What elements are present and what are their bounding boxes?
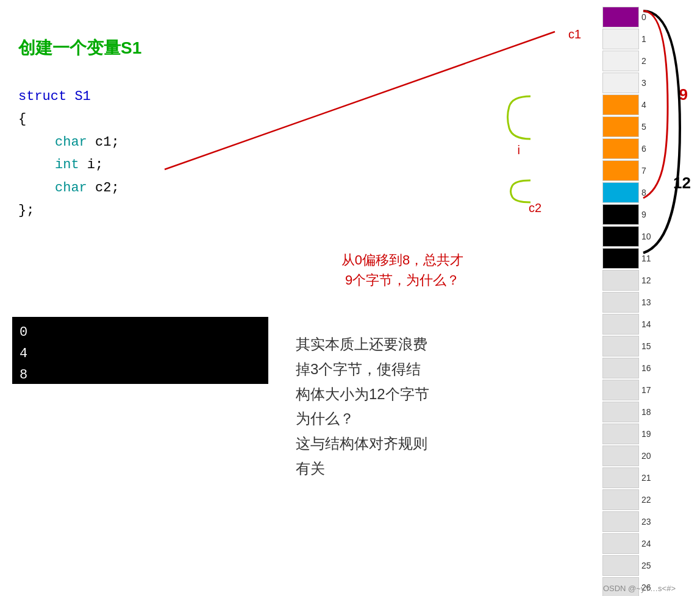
mem-row-11: 11 <box>602 247 645 269</box>
code-line-1: struct S1 <box>18 85 120 108</box>
mem-cell-18 <box>602 402 639 422</box>
mem-label-20: 20 <box>641 451 651 461</box>
label-i: i <box>518 143 520 157</box>
explanation-line-1: 其实本质上还要浪费 <box>296 332 515 357</box>
mem-row-14: 14 <box>602 313 645 335</box>
mem-row-23: 23 <box>602 511 645 532</box>
mem-cell-17 <box>602 380 639 400</box>
mem-cell-20 <box>602 445 639 466</box>
mem-row-7: 7 <box>602 160 645 181</box>
page-title: 创建一个变量S1 <box>18 37 141 60</box>
terminal-output: 0 4 8 <box>12 317 268 384</box>
explanation-line-4: 为什么？ <box>296 406 515 431</box>
mem-cell-1 <box>602 29 639 49</box>
mem-row-0: 0 <box>602 6 645 27</box>
label-9: 9 <box>679 85 688 104</box>
explanation-line-6: 有关 <box>296 456 515 481</box>
mem-label-11: 11 <box>641 254 651 263</box>
type-char-2: char <box>55 180 87 196</box>
watermark: OSDN @~yY…s<#> <box>603 584 676 593</box>
mem-cell-6 <box>602 138 639 159</box>
mem-row-24: 24 <box>602 533 645 554</box>
mem-row-3: 3 <box>602 72 645 93</box>
mem-cell-2 <box>602 51 639 71</box>
mem-cell-7 <box>602 160 639 181</box>
var-c2: c2; <box>95 180 120 196</box>
mem-cell-23 <box>602 511 639 532</box>
code-line-4: int i; <box>18 154 120 176</box>
mem-label-2: 2 <box>641 56 646 66</box>
mem-cell-5 <box>602 116 639 137</box>
mem-row-18: 18 <box>602 401 645 422</box>
mem-cell-24 <box>602 533 639 554</box>
type-int: int <box>55 157 79 172</box>
mem-cell-25 <box>602 555 639 576</box>
mem-label-5: 5 <box>641 122 646 132</box>
mem-label-18: 18 <box>641 407 651 417</box>
mem-label-14: 14 <box>641 319 651 329</box>
question-text: 从0偏移到8，总共才 9个字节，为什么？ <box>305 250 500 290</box>
type-char-1: char <box>55 135 87 150</box>
var-c1: c1; <box>95 135 120 150</box>
code-line-6: }; <box>18 199 120 222</box>
svg-line-0 <box>165 32 555 169</box>
mem-cell-3 <box>602 73 639 93</box>
mem-label-9: 9 <box>641 210 646 219</box>
mem-row-8: 8 <box>602 182 645 203</box>
mem-label-13: 13 <box>641 297 651 307</box>
mem-label-23: 23 <box>641 517 651 527</box>
label-12: 12 <box>673 174 691 193</box>
code-line-2: { <box>18 108 120 130</box>
mem-row-13: 13 <box>602 291 645 313</box>
mem-row-25: 25 <box>602 555 645 576</box>
code-block: struct S1 { char c1; int i; char c2; }; <box>18 85 120 222</box>
code-line-3: char c1; <box>18 131 120 154</box>
memory-grid: 0 1 2 3 4 5 6 7 8 9 <box>602 6 645 596</box>
code-line-5: char c2; <box>18 177 120 199</box>
question-line-1: 从0偏移到8，总共才 9个字节，为什么？ <box>305 250 500 290</box>
mem-label-10: 10 <box>641 232 651 241</box>
mem-cell-14 <box>602 314 639 335</box>
mem-cell-11 <box>602 248 639 269</box>
var-i: i; <box>87 157 103 172</box>
mem-label-16: 16 <box>641 363 651 373</box>
mem-label-8: 8 <box>641 188 646 197</box>
mem-label-17: 17 <box>641 385 651 395</box>
mem-row-10: 10 <box>602 225 645 247</box>
explanation-line-5: 这与结构体对齐规则 <box>296 431 515 456</box>
explanation-line-2: 掉3个字节，使得结 <box>296 357 515 382</box>
mem-label-24: 24 <box>641 539 651 548</box>
keyword-struct: struct <box>18 89 66 104</box>
mem-label-25: 25 <box>641 561 651 570</box>
terminal-line-2: 4 <box>20 343 261 364</box>
mem-label-19: 19 <box>641 429 651 439</box>
mem-label-7: 7 <box>641 166 646 176</box>
mem-row-17: 17 <box>602 379 645 400</box>
label-c2: c2 <box>529 201 541 215</box>
mem-row-15: 15 <box>602 335 645 357</box>
mem-row-16: 16 <box>602 357 645 378</box>
mem-label-1: 1 <box>641 34 646 44</box>
mem-cell-13 <box>602 292 639 313</box>
explanation-text: 其实本质上还要浪费 掉3个字节，使得结 构体大小为12个字节 为什么？ 这与结构… <box>296 332 515 481</box>
mem-cell-10 <box>602 226 639 247</box>
mem-label-15: 15 <box>641 341 651 351</box>
mem-cell-9 <box>602 204 639 225</box>
explanation-line-3: 构体大小为12个字节 <box>296 382 515 407</box>
mem-row-19: 19 <box>602 423 645 444</box>
mem-label-12: 12 <box>641 275 651 285</box>
struct-name: S1 <box>74 89 90 104</box>
mem-row-2: 2 <box>602 50 645 71</box>
mem-cell-21 <box>602 467 639 488</box>
mem-label-3: 3 <box>641 78 646 88</box>
mem-cell-15 <box>602 336 639 357</box>
mem-label-4: 4 <box>641 100 646 110</box>
mem-cell-22 <box>602 489 639 510</box>
mem-cell-8 <box>602 182 639 203</box>
mem-label-6: 6 <box>641 144 646 154</box>
mem-row-6: 6 <box>602 138 645 159</box>
mem-cell-19 <box>602 424 639 444</box>
label-c1: c1 <box>568 27 581 41</box>
mem-cell-12 <box>602 270 639 291</box>
mem-row-9: 9 <box>602 204 645 225</box>
